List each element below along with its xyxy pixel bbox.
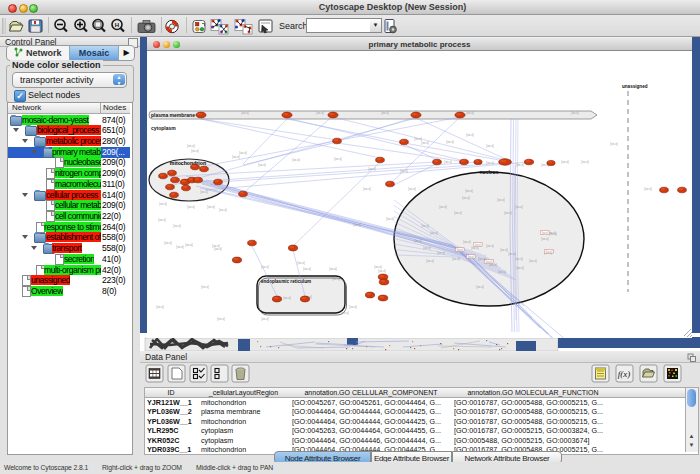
svg-text:[xx.x]: [xx.x] bbox=[332, 277, 340, 281]
svg-text:[xx.x]: [xx.x] bbox=[334, 157, 342, 161]
svg-text:[xx.x]: [xx.x] bbox=[426, 259, 434, 263]
svg-text:[xx.x]: [xx.x] bbox=[446, 140, 454, 144]
svg-text:[xx.x]: [xx.x] bbox=[239, 151, 247, 155]
svg-text:[xx.x]: [xx.x] bbox=[486, 161, 494, 165]
svg-text:endoplasmic reticulum: endoplasmic reticulum bbox=[261, 279, 311, 284]
svg-text:[xx.x]: [xx.x] bbox=[292, 158, 300, 162]
svg-text:[xx.x]: [xx.x] bbox=[207, 205, 215, 209]
svg-text:[xx.x]: [xx.x] bbox=[303, 267, 311, 271]
svg-text:[xx.x]: [xx.x] bbox=[497, 198, 505, 202]
svg-text:[xx.x]: [xx.x] bbox=[158, 218, 166, 222]
svg-text:[xx.x]: [xx.x] bbox=[468, 255, 475, 259]
svg-text:[xx.x]: [xx.x] bbox=[214, 247, 222, 251]
svg-text:[xx.x]: [xx.x] bbox=[378, 269, 386, 273]
svg-text:[xx.x]: [xx.x] bbox=[486, 260, 493, 264]
svg-text:[xx.x]: [xx.x] bbox=[542, 231, 549, 235]
svg-text:[xx.x]: [xx.x] bbox=[187, 144, 195, 148]
svg-text:[xx.x]: [xx.x] bbox=[258, 163, 266, 167]
svg-text:[xx.x]: [xx.x] bbox=[462, 196, 470, 200]
svg-text:[xx.x]: [xx.x] bbox=[466, 133, 474, 137]
svg-text:[xx.x]: [xx.x] bbox=[329, 267, 337, 271]
svg-text:[xx.x]: [xx.x] bbox=[610, 142, 618, 146]
svg-text:H: H bbox=[115, 22, 119, 28]
svg-text:[xx.x]: [xx.x] bbox=[439, 205, 447, 209]
svg-text:[xx.x]: [xx.x] bbox=[176, 245, 184, 249]
svg-text:[xx.x]: [xx.x] bbox=[408, 187, 416, 191]
svg-text:[xx.x]: [xx.x] bbox=[466, 111, 474, 115]
svg-text:[xx.x]: [xx.x] bbox=[476, 285, 484, 289]
svg-text:[xx.x]: [xx.x] bbox=[561, 160, 569, 164]
svg-text:[xx.x]: [xx.x] bbox=[549, 232, 557, 236]
svg-text:[xx.x]: [xx.x] bbox=[386, 217, 394, 221]
svg-text:[xx.x]: [xx.x] bbox=[185, 243, 193, 247]
svg-text:[xx.x]: [xx.x] bbox=[457, 248, 464, 252]
svg-text:[xx.x]: [xx.x] bbox=[541, 237, 549, 241]
svg-text:[xx.x]: [xx.x] bbox=[515, 257, 523, 261]
svg-text:[xx.x]: [xx.x] bbox=[444, 160, 452, 164]
svg-text:[xx.x]: [xx.x] bbox=[159, 202, 167, 206]
svg-text:[xx.x]: [xx.x] bbox=[200, 190, 208, 194]
svg-text:[xx.x]: [xx.x] bbox=[581, 160, 589, 164]
svg-text:[xx.x]: [xx.x] bbox=[261, 265, 269, 269]
svg-text:[xx.x]: [xx.x] bbox=[363, 187, 371, 191]
svg-text:f(x): f(x) bbox=[618, 369, 631, 379]
svg-text:[xx.x]: [xx.x] bbox=[529, 259, 537, 263]
svg-text:[xx.x]: [xx.x] bbox=[232, 155, 240, 159]
svg-text:[xx.x]: [xx.x] bbox=[516, 266, 524, 270]
svg-text:[xx.x]: [xx.x] bbox=[463, 240, 471, 244]
svg-text:[xx.x]: [xx.x] bbox=[504, 211, 512, 215]
svg-text:[xx.x]: [xx.x] bbox=[349, 305, 357, 309]
svg-text:[xx.x]: [xx.x] bbox=[452, 257, 460, 261]
svg-text:[xx.x]: [xx.x] bbox=[516, 163, 524, 167]
svg-text:cytoplasm: cytoplasm bbox=[151, 125, 176, 131]
svg-text:[xx.x]: [xx.x] bbox=[241, 111, 249, 115]
svg-text:[xx.x]: [xx.x] bbox=[173, 224, 181, 228]
svg-text:[xx.x]: [xx.x] bbox=[187, 205, 195, 209]
svg-text:[xx.x]: [xx.x] bbox=[400, 169, 408, 173]
svg-text:[xx.x]: [xx.x] bbox=[219, 208, 227, 212]
svg-text:[xx.x]: [xx.x] bbox=[644, 187, 652, 191]
svg-text:[xx.x]: [xx.x] bbox=[486, 244, 494, 248]
svg-text:[xx.x]: [xx.x] bbox=[297, 261, 305, 265]
svg-text:[xx.x]: [xx.x] bbox=[283, 296, 291, 300]
svg-text:[xx.x]: [xx.x] bbox=[423, 246, 431, 250]
svg-text:unassigned: unassigned bbox=[622, 84, 648, 89]
svg-text:[xx.x]: [xx.x] bbox=[500, 248, 508, 252]
svg-text:[xx.x]: [xx.x] bbox=[381, 111, 389, 115]
svg-text:[xx.x]: [xx.x] bbox=[421, 141, 429, 145]
svg-text:[xx.x]: [xx.x] bbox=[508, 252, 516, 256]
svg-text:[xx.x]: [xx.x] bbox=[571, 111, 579, 115]
svg-text:[xx.x]: [xx.x] bbox=[465, 189, 473, 193]
svg-text:[xx.x]: [xx.x] bbox=[414, 239, 422, 243]
svg-text:[xx.x]: [xx.x] bbox=[341, 311, 349, 315]
svg-text:[xx.x]: [xx.x] bbox=[164, 241, 172, 245]
svg-text:plasma membrane: plasma membrane bbox=[151, 112, 195, 118]
svg-text:[xx.x]: [xx.x] bbox=[475, 243, 482, 247]
svg-text:nucleus: nucleus bbox=[480, 169, 499, 175]
svg-text:[xx.x]: [xx.x] bbox=[217, 317, 225, 321]
svg-text:[xx.x]: [xx.x] bbox=[353, 223, 361, 227]
svg-text:[xx.x]: [xx.x] bbox=[316, 111, 324, 115]
svg-text:[xx.x]: [xx.x] bbox=[201, 285, 209, 289]
svg-text:[xx.x]: [xx.x] bbox=[546, 250, 553, 254]
svg-text:[xx.x]: [xx.x] bbox=[515, 205, 523, 209]
svg-text:mitochondrion: mitochondrion bbox=[170, 160, 206, 166]
svg-text:[xx.x]: [xx.x] bbox=[454, 211, 462, 215]
svg-text:[xx.x]: [xx.x] bbox=[421, 224, 429, 228]
svg-text:[xx.x]: [xx.x] bbox=[498, 270, 506, 274]
svg-text:[xx.x]: [xx.x] bbox=[156, 305, 164, 309]
svg-text:[xx.x]: [xx.x] bbox=[368, 167, 376, 171]
svg-text:[xx.x]: [xx.x] bbox=[486, 144, 494, 148]
svg-text:[xx.x]: [xx.x] bbox=[191, 149, 199, 153]
svg-text:[xx.x]: [xx.x] bbox=[261, 317, 269, 321]
svg-text:[xx.x]: [xx.x] bbox=[437, 251, 445, 255]
svg-text:[xx.x]: [xx.x] bbox=[430, 231, 438, 235]
svg-text:[xx.x]: [xx.x] bbox=[414, 137, 422, 141]
